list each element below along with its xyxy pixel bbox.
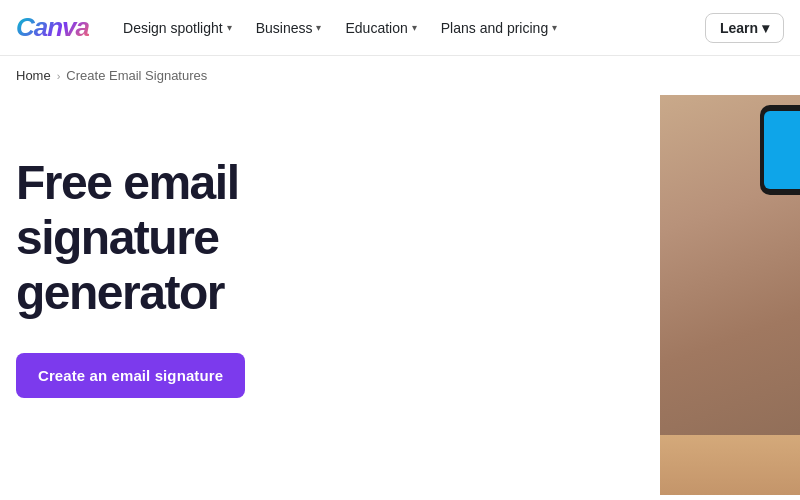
hero-text-section: Free email signature generator Create an… xyxy=(16,135,438,398)
chevron-down-icon: ▾ xyxy=(316,22,321,33)
nav-links: Design spotlight ▾ Business ▾ Education … xyxy=(113,14,705,42)
navigation: Canva Design spotlight ▾ Business ▾ Educ… xyxy=(0,0,800,56)
main-content: Free email signature generator Create an… xyxy=(0,95,800,495)
nav-item-business[interactable]: Business ▾ xyxy=(246,14,332,42)
chevron-down-icon: ▾ xyxy=(552,22,557,33)
breadcrumb: Home › Create Email Signatures xyxy=(0,56,800,95)
create-email-signature-button[interactable]: Create an email signature xyxy=(16,353,245,398)
nav-item-plans-pricing[interactable]: Plans and pricing ▾ xyxy=(431,14,567,42)
device-screen xyxy=(764,111,800,189)
breadcrumb-current-page: Create Email Signatures xyxy=(66,68,207,83)
hero-image xyxy=(660,95,800,495)
table-surface xyxy=(660,435,800,495)
learn-button[interactable]: Learn ▾ xyxy=(705,13,784,43)
hero-background-image xyxy=(660,95,800,495)
logo[interactable]: Canva xyxy=(16,12,89,43)
nav-item-education[interactable]: Education ▾ xyxy=(335,14,426,42)
chevron-down-icon: ▾ xyxy=(412,22,417,33)
chevron-down-icon: ▾ xyxy=(227,22,232,33)
phone-device xyxy=(760,105,800,195)
hero-title: Free email signature generator xyxy=(16,155,438,321)
chevron-down-icon: ▾ xyxy=(762,20,769,36)
breadcrumb-separator: › xyxy=(57,70,61,82)
nav-item-design-spotlight[interactable]: Design spotlight ▾ xyxy=(113,14,242,42)
breadcrumb-home-link[interactable]: Home xyxy=(16,68,51,83)
